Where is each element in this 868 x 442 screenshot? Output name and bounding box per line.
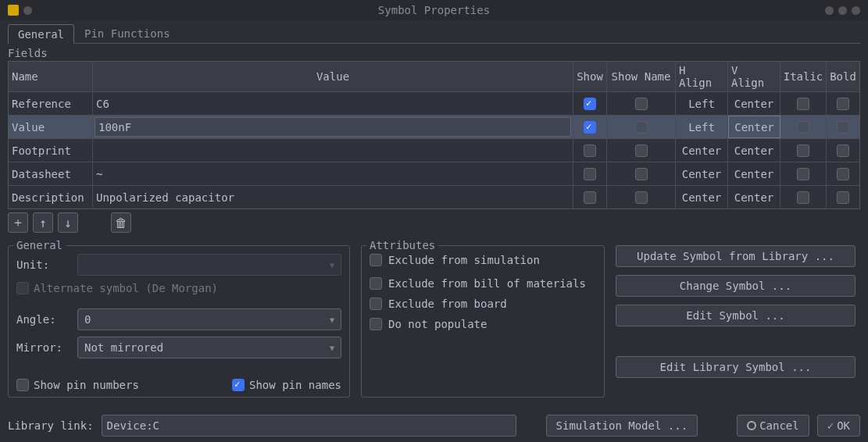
- chk-showname[interactable]: [635, 121, 648, 134]
- edit-symbol-button[interactable]: Edit Symbol ...: [616, 305, 855, 326]
- table-row[interactable]: Description Unpolarized capacitor Center…: [9, 185, 859, 209]
- cell-valign[interactable]: Center: [728, 162, 780, 185]
- chk-show[interactable]: [584, 191, 596, 204]
- cell-valign[interactable]: Center: [728, 116, 780, 138]
- th-value: Value: [93, 62, 573, 91]
- cell-name[interactable]: Reference: [9, 92, 93, 115]
- angle-select[interactable]: 0▼: [77, 308, 341, 330]
- exclude-board-checkbox[interactable]: [370, 298, 382, 310]
- app-icon: [8, 5, 19, 16]
- update-symbol-button[interactable]: Update Symbol from Library ...: [616, 245, 855, 267]
- chk-italic[interactable]: [797, 168, 809, 180]
- cell-value[interactable]: [93, 139, 573, 162]
- cell-name[interactable]: Value: [9, 116, 93, 138]
- table-row[interactable]: Value 100nF Left Center: [9, 115, 859, 138]
- cancel-label: Cancel: [759, 419, 799, 432]
- cell-valign[interactable]: Center: [728, 92, 780, 115]
- attributes-panel: Attributes Exclude from simulation Exclu…: [361, 245, 605, 397]
- delete-field-button[interactable]: 🗑: [111, 212, 131, 233]
- th-italic: Italic: [780, 62, 827, 91]
- angle-label: Angle:: [16, 313, 70, 326]
- cell-halign[interactable]: Center: [676, 162, 728, 185]
- chk-show[interactable]: [584, 98, 596, 110]
- th-halign: H Align: [676, 62, 728, 91]
- close-dot[interactable]: [852, 6, 860, 15]
- move-down-button[interactable]: ↓: [58, 212, 78, 233]
- titlebar: Symbol Properties: [0, 0, 868, 20]
- cell-value[interactable]: ~: [93, 162, 573, 185]
- table-header: Name Value Show Show Name H Align V Alig…: [9, 62, 859, 91]
- cell-name[interactable]: Description: [9, 186, 93, 209]
- th-valign: V Align: [728, 62, 780, 91]
- chk-italic[interactable]: [797, 98, 809, 110]
- table-row[interactable]: Reference C6 Left Center: [9, 91, 859, 115]
- chk-italic[interactable]: [797, 144, 809, 157]
- window-dot: [23, 6, 32, 15]
- tab-pin-functions[interactable]: Pin Functions: [74, 23, 180, 43]
- chk-bold[interactable]: [837, 168, 849, 180]
- chk-showname[interactable]: [635, 144, 648, 157]
- dnp-label: Do not populate: [388, 318, 487, 330]
- show-pin-names-checkbox[interactable]: [232, 379, 245, 391]
- cell-valign[interactable]: Center: [728, 139, 780, 162]
- library-link-value: Device:C: [107, 419, 159, 432]
- cell-value[interactable]: 100nF: [93, 116, 573, 138]
- minimize-dot[interactable]: [825, 6, 834, 15]
- th-bold: Bold: [827, 62, 859, 91]
- mirror-label: Mirror:: [16, 341, 70, 354]
- exclude-sim-checkbox[interactable]: [370, 254, 382, 266]
- unit-select[interactable]: ▼: [77, 254, 341, 276]
- cell-halign[interactable]: Center: [676, 139, 728, 162]
- alternate-symbol-checkbox: [16, 282, 29, 294]
- cell-name[interactable]: Datasheet: [9, 162, 93, 185]
- dnp-checkbox[interactable]: [370, 318, 382, 330]
- exclude-board-label: Exclude from board: [388, 298, 507, 310]
- alternate-symbol-label: Alternate symbol (De Morgan): [34, 282, 218, 294]
- cell-valign[interactable]: Center: [728, 186, 780, 209]
- cell-value[interactable]: Unpolarized capacitor: [93, 186, 573, 209]
- tab-general[interactable]: General: [8, 24, 74, 44]
- maximize-dot[interactable]: [838, 6, 847, 15]
- ok-button[interactable]: ✓ OK: [817, 415, 860, 437]
- cell-value[interactable]: C6: [93, 92, 573, 115]
- library-link-input[interactable]: Device:C: [102, 415, 516, 437]
- mirror-value: Not mirrored: [84, 341, 163, 354]
- cell-halign[interactable]: Center: [676, 186, 728, 209]
- chk-bold[interactable]: [837, 191, 849, 204]
- simulation-model-button[interactable]: Simulation Model ...: [546, 415, 698, 437]
- fields-group-label: Fields: [8, 47, 860, 59]
- cell-halign[interactable]: Left: [676, 92, 728, 115]
- ok-label: OK: [837, 419, 850, 432]
- ok-icon: ✓: [827, 419, 834, 432]
- chk-bold[interactable]: [837, 121, 849, 134]
- chk-showname[interactable]: [635, 168, 648, 180]
- tab-bar: General Pin Functions: [8, 23, 860, 44]
- move-up-button[interactable]: ↑: [33, 212, 53, 233]
- exclude-bom-checkbox[interactable]: [370, 277, 382, 290]
- attributes-panel-title: Attributes: [366, 239, 438, 251]
- library-link-label: Library link:: [8, 419, 94, 432]
- cell-halign[interactable]: Left: [676, 116, 728, 138]
- th-showname: Show Name: [607, 62, 676, 91]
- chk-italic[interactable]: [797, 121, 809, 134]
- chk-showname[interactable]: [635, 191, 648, 204]
- cell-name[interactable]: Footprint: [9, 139, 93, 162]
- table-row[interactable]: Footprint Center Center: [9, 138, 859, 162]
- chk-show[interactable]: [584, 121, 596, 134]
- chk-bold[interactable]: [837, 98, 849, 110]
- symbol-buttons-panel: Update Symbol from Library ... Change Sy…: [616, 245, 855, 397]
- chk-show[interactable]: [584, 144, 596, 157]
- add-field-button[interactable]: ＋: [8, 212, 28, 233]
- unit-label: Unit:: [16, 258, 70, 271]
- mirror-select[interactable]: Not mirrored▼: [77, 337, 341, 358]
- table-row[interactable]: Datasheet ~ Center Center: [9, 162, 859, 185]
- edit-library-symbol-button[interactable]: Edit Library Symbol ...: [616, 356, 855, 378]
- change-symbol-button[interactable]: Change Symbol ...: [616, 275, 855, 297]
- chk-showname[interactable]: [635, 98, 648, 110]
- cancel-button[interactable]: Cancel: [737, 415, 809, 437]
- show-pin-numbers-checkbox[interactable]: [16, 379, 29, 391]
- chk-italic[interactable]: [797, 191, 809, 204]
- chk-show[interactable]: [584, 168, 596, 180]
- chk-bold[interactable]: [837, 144, 849, 157]
- value-input[interactable]: 100nF: [95, 117, 571, 137]
